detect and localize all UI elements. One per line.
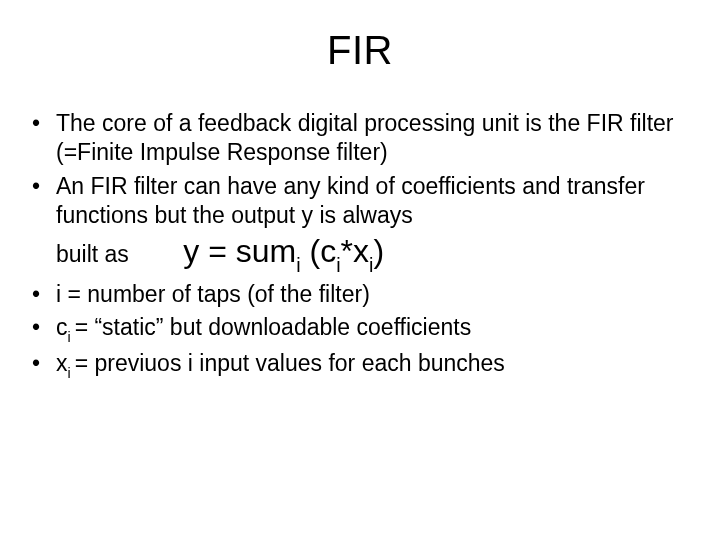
bullet-text-line1: An FIR filter can have any kind of coeff… <box>56 173 645 228</box>
eq-sub-i-3: i <box>369 254 373 276</box>
eq-sub-i-2: i <box>336 254 340 276</box>
bullet-text: = previuos i input values for each bunch… <box>75 350 505 376</box>
equation-text: y = sumi (ci*xi) <box>183 233 384 269</box>
var-x-sub: i <box>68 365 75 381</box>
slide: FIR The core of a feedback digital proce… <box>0 0 720 540</box>
bullet-text: = “static” but downloadable coefficients <box>75 314 472 340</box>
bullet-item-1: The core of a feedback digital processin… <box>28 109 692 168</box>
var-c: c <box>56 314 68 340</box>
eq-mid: (c <box>301 233 337 269</box>
var-x: x <box>56 350 68 376</box>
bullet-item-2: An FIR filter can have any kind of coeff… <box>28 172 692 276</box>
bullet-text: The core of a feedback digital processin… <box>56 110 673 165</box>
var-c-sub: i <box>68 329 75 345</box>
eq-lead: y = sum <box>183 233 296 269</box>
equation: y = sumi (ci*xi) <box>183 231 384 276</box>
eq-sub-i-1: i <box>296 254 300 276</box>
slide-title: FIR <box>28 28 692 73</box>
bullet-list: The core of a feedback digital processin… <box>28 109 692 381</box>
bullet-item-3: i = number of taps (of the filter) <box>28 280 692 309</box>
bullet-text-built: built as <box>56 240 129 269</box>
eq-close: ) <box>373 233 384 269</box>
bullet-text: i = number of taps (of the filter) <box>56 281 370 307</box>
bullet-item-4: ci = “static” but downloadable coefficie… <box>28 313 692 345</box>
eq-star: *x <box>341 233 369 269</box>
bullet-item-5: xi = previuos i input values for each bu… <box>28 349 692 381</box>
